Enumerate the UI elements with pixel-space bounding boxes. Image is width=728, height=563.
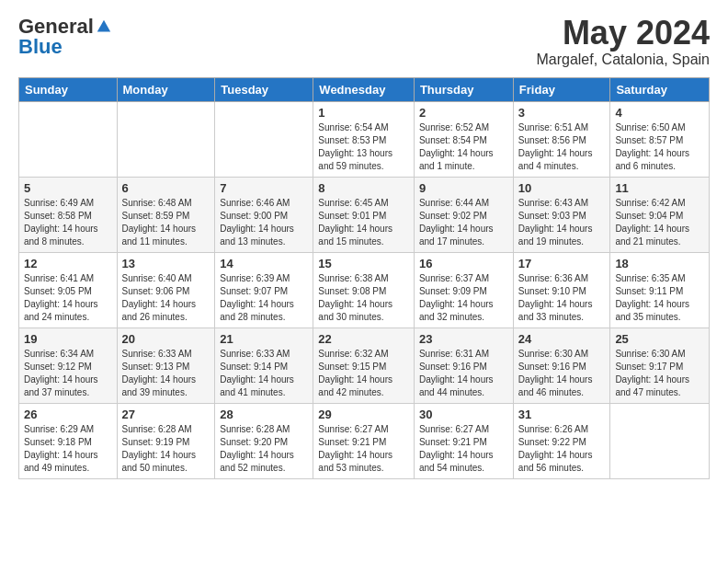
table-row: 26Sunrise: 6:29 AMSunset: 9:18 PMDayligh… [19, 403, 118, 478]
cell-info: Sunrise: 6:30 AMSunset: 9:17 PMDaylight:… [615, 348, 704, 399]
day-number: 12 [24, 257, 112, 270]
logo-blue-text: Blue [18, 35, 63, 59]
table-row: 27Sunrise: 6:28 AMSunset: 9:19 PMDayligh… [117, 403, 215, 478]
table-row: 30Sunrise: 6:27 AMSunset: 9:21 PMDayligh… [414, 403, 513, 478]
day-number: 30 [419, 408, 508, 421]
cell-info: Sunrise: 6:34 AMSunset: 9:12 PMDaylight:… [24, 348, 112, 399]
table-row: 28Sunrise: 6:28 AMSunset: 9:20 PMDayligh… [215, 403, 313, 478]
day-number: 2 [419, 106, 508, 120]
col-sunday: Sunday [19, 77, 118, 101]
table-row: 10Sunrise: 6:43 AMSunset: 9:03 PMDayligh… [513, 177, 610, 252]
table-row: 8Sunrise: 6:45 AMSunset: 9:01 PMDaylight… [313, 177, 415, 252]
cell-info: Sunrise: 6:46 AMSunset: 9:00 PMDaylight:… [220, 197, 308, 248]
table-row: 6Sunrise: 6:48 AMSunset: 8:59 PMDaylight… [117, 177, 215, 252]
day-number: 10 [518, 181, 606, 195]
col-thursday: Thursday [414, 77, 513, 101]
cell-info: Sunrise: 6:33 AMSunset: 9:14 PMDaylight:… [220, 348, 308, 399]
cell-info: Sunrise: 6:32 AMSunset: 9:15 PMDaylight:… [318, 348, 409, 399]
table-row: 23Sunrise: 6:31 AMSunset: 9:16 PMDayligh… [414, 327, 513, 403]
table-row: 24Sunrise: 6:30 AMSunset: 9:16 PMDayligh… [513, 327, 610, 403]
logo: General Blue [18, 15, 112, 59]
table-row: 29Sunrise: 6:27 AMSunset: 9:21 PMDayligh… [313, 403, 415, 478]
day-number: 8 [318, 181, 409, 195]
header: General Blue May 2024 Margalef, Cataloni… [18, 15, 710, 68]
day-number: 18 [615, 257, 704, 270]
location: Margalef, Catalonia, Spain [536, 52, 710, 68]
cell-info: Sunrise: 6:43 AMSunset: 9:03 PMDaylight:… [518, 197, 606, 248]
calendar-week-row: 26Sunrise: 6:29 AMSunset: 9:18 PMDayligh… [19, 403, 710, 478]
cell-info: Sunrise: 6:44 AMSunset: 9:02 PMDaylight:… [419, 197, 508, 248]
col-wednesday: Wednesday [313, 77, 415, 101]
col-saturday: Saturday [610, 77, 710, 101]
title-block: May 2024 Margalef, Catalonia, Spain [536, 15, 710, 68]
svg-marker-0 [97, 20, 110, 32]
day-number: 7 [220, 181, 308, 195]
day-number: 26 [24, 408, 112, 421]
cell-info: Sunrise: 6:35 AMSunset: 9:11 PMDaylight:… [615, 272, 704, 324]
table-row [19, 101, 118, 177]
cell-info: Sunrise: 6:54 AMSunset: 8:53 PMDaylight:… [318, 121, 409, 173]
day-number: 11 [615, 181, 704, 195]
table-row: 15Sunrise: 6:38 AMSunset: 9:08 PMDayligh… [313, 252, 415, 327]
table-row: 9Sunrise: 6:44 AMSunset: 9:02 PMDaylight… [414, 177, 513, 252]
table-row: 5Sunrise: 6:49 AMSunset: 8:58 PMDaylight… [19, 177, 118, 252]
calendar-week-row: 19Sunrise: 6:34 AMSunset: 9:12 PMDayligh… [19, 327, 710, 403]
cell-info: Sunrise: 6:48 AMSunset: 8:59 PMDaylight:… [122, 197, 210, 248]
calendar-week-row: 1Sunrise: 6:54 AMSunset: 8:53 PMDaylight… [19, 101, 710, 177]
cell-info: Sunrise: 6:27 AMSunset: 9:21 PMDaylight:… [419, 423, 508, 475]
day-number: 28 [220, 408, 308, 421]
calendar-week-row: 5Sunrise: 6:49 AMSunset: 8:58 PMDaylight… [19, 177, 710, 252]
calendar-week-row: 12Sunrise: 6:41 AMSunset: 9:05 PMDayligh… [19, 252, 710, 327]
cell-info: Sunrise: 6:33 AMSunset: 9:13 PMDaylight:… [122, 348, 210, 399]
cell-info: Sunrise: 6:51 AMSunset: 8:56 PMDaylight:… [518, 121, 606, 173]
col-tuesday: Tuesday [215, 77, 313, 101]
cell-info: Sunrise: 6:52 AMSunset: 8:54 PMDaylight:… [419, 121, 508, 173]
table-row: 1Sunrise: 6:54 AMSunset: 8:53 PMDaylight… [313, 101, 415, 177]
cell-info: Sunrise: 6:28 AMSunset: 9:20 PMDaylight:… [220, 423, 308, 475]
day-number: 22 [318, 332, 409, 346]
table-row: 11Sunrise: 6:42 AMSunset: 9:04 PMDayligh… [610, 177, 710, 252]
col-monday: Monday [117, 77, 215, 101]
table-row: 12Sunrise: 6:41 AMSunset: 9:05 PMDayligh… [19, 252, 118, 327]
day-number: 29 [318, 408, 409, 421]
cell-info: Sunrise: 6:39 AMSunset: 9:07 PMDaylight:… [220, 272, 308, 324]
cell-info: Sunrise: 6:27 AMSunset: 9:21 PMDaylight:… [318, 423, 409, 475]
col-friday: Friday [513, 77, 610, 101]
day-number: 14 [220, 257, 308, 270]
table-row: 20Sunrise: 6:33 AMSunset: 9:13 PMDayligh… [117, 327, 215, 403]
cell-info: Sunrise: 6:40 AMSunset: 9:06 PMDaylight:… [122, 272, 210, 324]
table-row: 14Sunrise: 6:39 AMSunset: 9:07 PMDayligh… [215, 252, 313, 327]
day-number: 21 [220, 332, 308, 346]
cell-info: Sunrise: 6:30 AMSunset: 9:16 PMDaylight:… [518, 348, 606, 399]
cell-info: Sunrise: 6:37 AMSunset: 9:09 PMDaylight:… [419, 272, 508, 324]
table-row: 4Sunrise: 6:50 AMSunset: 8:57 PMDaylight… [610, 101, 710, 177]
day-number: 19 [24, 332, 112, 346]
calendar-header-row: Sunday Monday Tuesday Wednesday Thursday… [19, 77, 710, 101]
day-number: 17 [518, 257, 606, 270]
table-row: 25Sunrise: 6:30 AMSunset: 9:17 PMDayligh… [610, 327, 710, 403]
day-number: 6 [122, 181, 210, 195]
day-number: 27 [122, 408, 210, 421]
table-row: 2Sunrise: 6:52 AMSunset: 8:54 PMDaylight… [414, 101, 513, 177]
day-number: 24 [518, 332, 606, 346]
table-row: 16Sunrise: 6:37 AMSunset: 9:09 PMDayligh… [414, 252, 513, 327]
table-row: 13Sunrise: 6:40 AMSunset: 9:06 PMDayligh… [117, 252, 215, 327]
day-number: 1 [318, 106, 409, 120]
cell-info: Sunrise: 6:45 AMSunset: 9:01 PMDaylight:… [318, 197, 409, 248]
table-row: 7Sunrise: 6:46 AMSunset: 9:00 PMDaylight… [215, 177, 313, 252]
logo-icon [96, 18, 112, 35]
cell-info: Sunrise: 6:41 AMSunset: 9:05 PMDaylight:… [24, 272, 112, 324]
cell-info: Sunrise: 6:50 AMSunset: 8:57 PMDaylight:… [615, 121, 704, 173]
day-number: 15 [318, 257, 409, 270]
table-row: 3Sunrise: 6:51 AMSunset: 8:56 PMDaylight… [513, 101, 610, 177]
day-number: 3 [518, 106, 606, 120]
day-number: 31 [518, 408, 606, 421]
page: General Blue May 2024 Margalef, Cataloni… [0, 0, 728, 488]
day-number: 25 [615, 332, 704, 346]
month-year: May 2024 [536, 15, 710, 52]
cell-info: Sunrise: 6:38 AMSunset: 9:08 PMDaylight:… [318, 272, 409, 324]
table-row [610, 403, 710, 478]
cell-info: Sunrise: 6:49 AMSunset: 8:58 PMDaylight:… [24, 197, 112, 248]
day-number: 16 [419, 257, 508, 270]
table-row: 18Sunrise: 6:35 AMSunset: 9:11 PMDayligh… [610, 252, 710, 327]
